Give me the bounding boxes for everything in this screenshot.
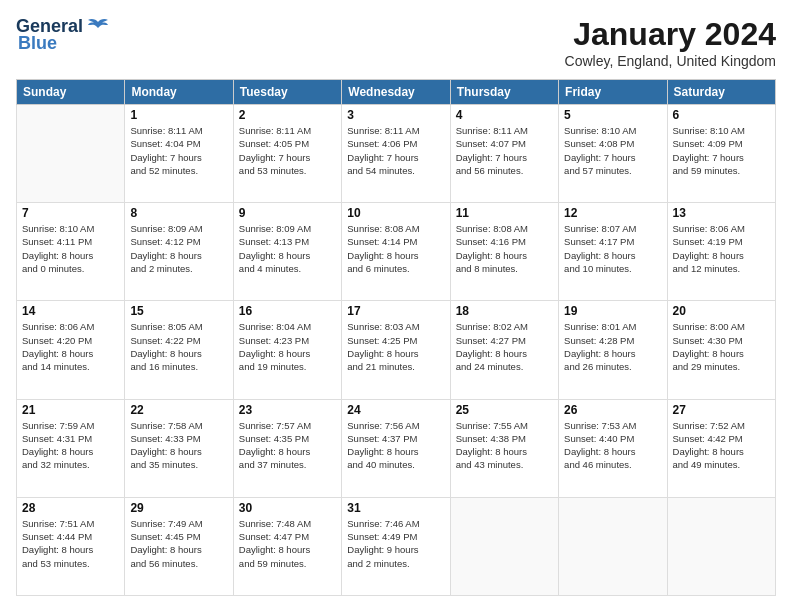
day-number: 5 <box>564 108 661 122</box>
day-number: 4 <box>456 108 553 122</box>
weekday-header-tuesday: Tuesday <box>233 80 341 105</box>
calendar-day-5: 5Sunrise: 8:10 AM Sunset: 4:08 PM Daylig… <box>559 105 667 203</box>
day-info: Sunrise: 8:06 AM Sunset: 4:19 PM Dayligh… <box>673 222 770 275</box>
month-title: January 2024 <box>565 16 776 53</box>
day-number: 25 <box>456 403 553 417</box>
day-info: Sunrise: 7:58 AM Sunset: 4:33 PM Dayligh… <box>130 419 227 472</box>
day-info: Sunrise: 8:00 AM Sunset: 4:30 PM Dayligh… <box>673 320 770 373</box>
weekday-header-friday: Friday <box>559 80 667 105</box>
calendar-day-16: 16Sunrise: 8:04 AM Sunset: 4:23 PM Dayli… <box>233 301 341 399</box>
day-number: 19 <box>564 304 661 318</box>
calendar-day-3: 3Sunrise: 8:11 AM Sunset: 4:06 PM Daylig… <box>342 105 450 203</box>
calendar-day-6: 6Sunrise: 8:10 AM Sunset: 4:09 PM Daylig… <box>667 105 775 203</box>
day-number: 12 <box>564 206 661 220</box>
day-info: Sunrise: 8:02 AM Sunset: 4:27 PM Dayligh… <box>456 320 553 373</box>
day-number: 13 <box>673 206 770 220</box>
calendar-day-20: 20Sunrise: 8:00 AM Sunset: 4:30 PM Dayli… <box>667 301 775 399</box>
day-number: 14 <box>22 304 119 318</box>
day-number: 29 <box>130 501 227 515</box>
day-number: 23 <box>239 403 336 417</box>
day-info: Sunrise: 7:48 AM Sunset: 4:47 PM Dayligh… <box>239 517 336 570</box>
calendar-day-26: 26Sunrise: 7:53 AM Sunset: 4:40 PM Dayli… <box>559 399 667 497</box>
day-number: 24 <box>347 403 444 417</box>
day-info: Sunrise: 8:09 AM Sunset: 4:13 PM Dayligh… <box>239 222 336 275</box>
day-number: 15 <box>130 304 227 318</box>
day-info: Sunrise: 8:11 AM Sunset: 4:04 PM Dayligh… <box>130 124 227 177</box>
calendar-day-12: 12Sunrise: 8:07 AM Sunset: 4:17 PM Dayli… <box>559 203 667 301</box>
day-info: Sunrise: 8:06 AM Sunset: 4:20 PM Dayligh… <box>22 320 119 373</box>
day-number: 26 <box>564 403 661 417</box>
calendar-empty-cell <box>559 497 667 595</box>
calendar-day-17: 17Sunrise: 8:03 AM Sunset: 4:25 PM Dayli… <box>342 301 450 399</box>
day-number: 28 <box>22 501 119 515</box>
calendar-day-4: 4Sunrise: 8:11 AM Sunset: 4:07 PM Daylig… <box>450 105 558 203</box>
day-info: Sunrise: 7:49 AM Sunset: 4:45 PM Dayligh… <box>130 517 227 570</box>
day-info: Sunrise: 8:08 AM Sunset: 4:14 PM Dayligh… <box>347 222 444 275</box>
calendar-day-25: 25Sunrise: 7:55 AM Sunset: 4:38 PM Dayli… <box>450 399 558 497</box>
day-info: Sunrise: 7:56 AM Sunset: 4:37 PM Dayligh… <box>347 419 444 472</box>
day-number: 30 <box>239 501 336 515</box>
weekday-header-saturday: Saturday <box>667 80 775 105</box>
day-number: 9 <box>239 206 336 220</box>
calendar-day-21: 21Sunrise: 7:59 AM Sunset: 4:31 PM Dayli… <box>17 399 125 497</box>
calendar-day-30: 30Sunrise: 7:48 AM Sunset: 4:47 PM Dayli… <box>233 497 341 595</box>
day-info: Sunrise: 8:03 AM Sunset: 4:25 PM Dayligh… <box>347 320 444 373</box>
day-number: 21 <box>22 403 119 417</box>
title-section: January 2024 Cowley, England, United Kin… <box>565 16 776 69</box>
logo-blue: Blue <box>18 33 57 54</box>
calendar-day-19: 19Sunrise: 8:01 AM Sunset: 4:28 PM Dayli… <box>559 301 667 399</box>
calendar-week-row: 7Sunrise: 8:10 AM Sunset: 4:11 PM Daylig… <box>17 203 776 301</box>
day-info: Sunrise: 8:11 AM Sunset: 4:06 PM Dayligh… <box>347 124 444 177</box>
calendar-day-11: 11Sunrise: 8:08 AM Sunset: 4:16 PM Dayli… <box>450 203 558 301</box>
calendar-day-22: 22Sunrise: 7:58 AM Sunset: 4:33 PM Dayli… <box>125 399 233 497</box>
calendar-day-27: 27Sunrise: 7:52 AM Sunset: 4:42 PM Dayli… <box>667 399 775 497</box>
weekday-header-thursday: Thursday <box>450 80 558 105</box>
day-number: 1 <box>130 108 227 122</box>
calendar-day-1: 1Sunrise: 8:11 AM Sunset: 4:04 PM Daylig… <box>125 105 233 203</box>
calendar-week-row: 1Sunrise: 8:11 AM Sunset: 4:04 PM Daylig… <box>17 105 776 203</box>
day-info: Sunrise: 7:51 AM Sunset: 4:44 PM Dayligh… <box>22 517 119 570</box>
day-info: Sunrise: 8:01 AM Sunset: 4:28 PM Dayligh… <box>564 320 661 373</box>
calendar-empty-cell <box>17 105 125 203</box>
day-number: 17 <box>347 304 444 318</box>
calendar-day-13: 13Sunrise: 8:06 AM Sunset: 4:19 PM Dayli… <box>667 203 775 301</box>
calendar-week-row: 28Sunrise: 7:51 AM Sunset: 4:44 PM Dayli… <box>17 497 776 595</box>
day-info: Sunrise: 7:53 AM Sunset: 4:40 PM Dayligh… <box>564 419 661 472</box>
calendar-day-23: 23Sunrise: 7:57 AM Sunset: 4:35 PM Dayli… <box>233 399 341 497</box>
calendar-day-18: 18Sunrise: 8:02 AM Sunset: 4:27 PM Dayli… <box>450 301 558 399</box>
day-number: 27 <box>673 403 770 417</box>
day-info: Sunrise: 8:09 AM Sunset: 4:12 PM Dayligh… <box>130 222 227 275</box>
calendar-week-row: 21Sunrise: 7:59 AM Sunset: 4:31 PM Dayli… <box>17 399 776 497</box>
day-info: Sunrise: 8:05 AM Sunset: 4:22 PM Dayligh… <box>130 320 227 373</box>
day-number: 7 <box>22 206 119 220</box>
calendar-day-10: 10Sunrise: 8:08 AM Sunset: 4:14 PM Dayli… <box>342 203 450 301</box>
location: Cowley, England, United Kingdom <box>565 53 776 69</box>
calendar-day-15: 15Sunrise: 8:05 AM Sunset: 4:22 PM Dayli… <box>125 301 233 399</box>
day-info: Sunrise: 8:11 AM Sunset: 4:05 PM Dayligh… <box>239 124 336 177</box>
calendar-empty-cell <box>450 497 558 595</box>
logo: General Blue <box>16 16 109 54</box>
weekday-header-sunday: Sunday <box>17 80 125 105</box>
calendar-day-14: 14Sunrise: 8:06 AM Sunset: 4:20 PM Dayli… <box>17 301 125 399</box>
calendar-empty-cell <box>667 497 775 595</box>
day-info: Sunrise: 8:10 AM Sunset: 4:08 PM Dayligh… <box>564 124 661 177</box>
weekday-header-monday: Monday <box>125 80 233 105</box>
day-number: 2 <box>239 108 336 122</box>
day-info: Sunrise: 7:57 AM Sunset: 4:35 PM Dayligh… <box>239 419 336 472</box>
day-number: 20 <box>673 304 770 318</box>
page: General Blue January 2024 Cowley, Englan… <box>0 0 792 612</box>
calendar-day-29: 29Sunrise: 7:49 AM Sunset: 4:45 PM Dayli… <box>125 497 233 595</box>
calendar-day-31: 31Sunrise: 7:46 AM Sunset: 4:49 PM Dayli… <box>342 497 450 595</box>
calendar-day-7: 7Sunrise: 8:10 AM Sunset: 4:11 PM Daylig… <box>17 203 125 301</box>
day-number: 6 <box>673 108 770 122</box>
day-info: Sunrise: 7:55 AM Sunset: 4:38 PM Dayligh… <box>456 419 553 472</box>
day-number: 8 <box>130 206 227 220</box>
day-number: 10 <box>347 206 444 220</box>
day-info: Sunrise: 7:59 AM Sunset: 4:31 PM Dayligh… <box>22 419 119 472</box>
day-info: Sunrise: 8:08 AM Sunset: 4:16 PM Dayligh… <box>456 222 553 275</box>
day-number: 16 <box>239 304 336 318</box>
weekday-header-row: SundayMondayTuesdayWednesdayThursdayFrid… <box>17 80 776 105</box>
day-info: Sunrise: 8:11 AM Sunset: 4:07 PM Dayligh… <box>456 124 553 177</box>
day-number: 18 <box>456 304 553 318</box>
day-info: Sunrise: 8:10 AM Sunset: 4:11 PM Dayligh… <box>22 222 119 275</box>
